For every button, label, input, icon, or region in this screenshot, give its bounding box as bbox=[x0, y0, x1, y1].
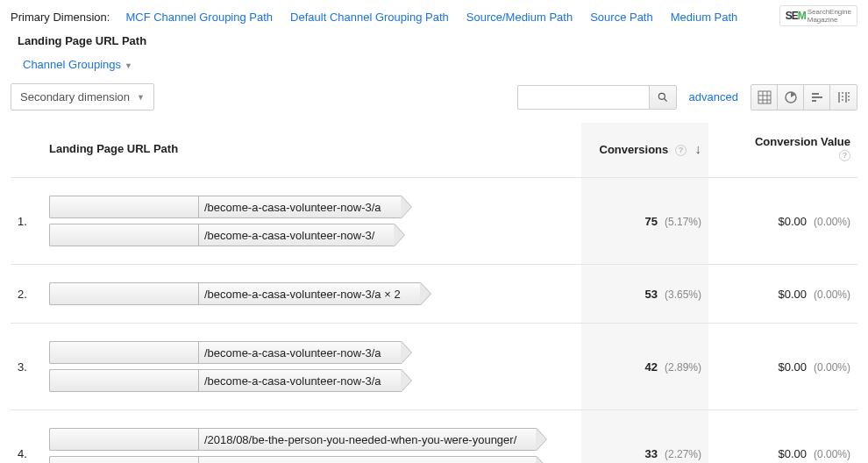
value-cell: $0.00(0.00%) bbox=[708, 265, 857, 324]
chip-blank-segment bbox=[49, 428, 198, 451]
value-cell: $0.00(0.00%) bbox=[708, 324, 857, 410]
bar-icon bbox=[810, 90, 824, 104]
conversions-cell: 33(2.27%) bbox=[581, 410, 708, 463]
report-table: Landing Page URL Path Conversions ? ↓ Co… bbox=[11, 123, 857, 463]
svg-line-1 bbox=[664, 98, 666, 101]
chip-blank-segment bbox=[49, 456, 198, 463]
path-chip[interactable]: /become-a-casa-volunteer-now-3/a bbox=[49, 341, 574, 364]
path-chip[interactable]: /become-a-casa-volunteer-now-3/a bbox=[49, 369, 574, 392]
conversions-cell: 53(3.65%) bbox=[581, 265, 708, 324]
value-cell: $0.00(0.00%) bbox=[708, 178, 857, 265]
dim-medium[interactable]: Medium Path bbox=[664, 7, 745, 27]
pie-icon bbox=[784, 90, 798, 104]
col-header-value[interactable]: Conversion Value ? bbox=[708, 123, 857, 178]
conversions-cell: 75(5.17%) bbox=[581, 178, 708, 265]
table-icon bbox=[758, 90, 772, 104]
search-wrap bbox=[517, 85, 677, 110]
dim-default[interactable]: Default Channel Grouping Path bbox=[283, 7, 456, 27]
view-pie-button[interactable] bbox=[778, 85, 804, 110]
dim-mcf[interactable]: MCF Channel Grouping Path bbox=[118, 7, 280, 27]
chip-label: /become-a-casa-volunteer-now-3/ bbox=[198, 224, 395, 246]
path-cell: /become-a-casa-volunteer-now-3/a/become-… bbox=[42, 324, 581, 410]
chip-label: /2018/08/be-the-person-you-needed-when-y… bbox=[198, 456, 537, 463]
primary-dimension-label: Primary Dimension: bbox=[11, 11, 110, 24]
table-row: 1./become-a-casa-volunteer-now-3/a/becom… bbox=[11, 178, 857, 265]
path-chip[interactable]: /become-a-casa-volunteer-now-3/a × 2 bbox=[49, 282, 574, 305]
table-row: 4./2018/08/be-the-person-you-needed-when… bbox=[11, 410, 857, 463]
watermark-badge: SEM SearchEngine Magazine bbox=[779, 5, 857, 26]
dim-source[interactable]: Source Path bbox=[583, 7, 660, 27]
advanced-link[interactable]: advanced bbox=[689, 90, 738, 103]
path-cell: /become-a-casa-volunteer-now-3/a × 2 bbox=[42, 265, 581, 324]
row-index: 2. bbox=[11, 265, 42, 324]
search-input[interactable] bbox=[517, 85, 649, 110]
pivot-icon bbox=[836, 90, 850, 104]
dim-source-medium[interactable]: Source/Medium Path bbox=[459, 7, 580, 27]
view-bar-button[interactable] bbox=[804, 85, 830, 110]
table-row: 2./become-a-casa-volunteer-now-3/a × 253… bbox=[11, 265, 857, 324]
path-chip[interactable]: /become-a-casa-volunteer-now-3/ bbox=[49, 224, 574, 246]
search-icon bbox=[657, 91, 669, 103]
dim-landing-page-active: Landing Page URL Path bbox=[11, 31, 153, 51]
channel-groupings-dropdown[interactable]: Channel Groupings▼ bbox=[16, 54, 139, 75]
chip-blank-segment bbox=[49, 224, 198, 246]
table-row: 3./become-a-casa-volunteer-now-3/a/becom… bbox=[11, 324, 857, 410]
path-chip[interactable]: /become-a-casa-volunteer-now-3/a bbox=[49, 196, 574, 218]
view-table-button[interactable] bbox=[751, 85, 778, 110]
chip-label: /become-a-casa-volunteer-now-3/a × 2 bbox=[198, 282, 421, 305]
svg-point-0 bbox=[658, 93, 665, 99]
path-cell: /2018/08/be-the-person-you-needed-when-y… bbox=[42, 410, 581, 463]
col-header-path[interactable]: Landing Page URL Path bbox=[42, 123, 581, 178]
chip-blank-segment bbox=[49, 369, 198, 392]
search-button[interactable] bbox=[649, 85, 677, 110]
chip-label: /become-a-casa-volunteer-now-3/a bbox=[198, 196, 402, 218]
path-chip[interactable]: /2018/08/be-the-person-you-needed-when-y… bbox=[49, 456, 574, 463]
help-icon[interactable]: ? bbox=[675, 145, 687, 156]
chip-label: /become-a-casa-volunteer-now-3/a bbox=[198, 369, 402, 392]
row-index: 3. bbox=[11, 324, 42, 410]
sort-desc-icon: ↓ bbox=[695, 141, 702, 156]
conversions-cell: 42(2.89%) bbox=[581, 324, 708, 410]
chip-blank-segment bbox=[49, 341, 198, 364]
help-icon[interactable]: ? bbox=[839, 150, 850, 161]
secondary-dimension-button[interactable]: Secondary dimension ▼ bbox=[11, 83, 154, 110]
row-index: 4. bbox=[11, 410, 42, 463]
chip-label: /become-a-casa-volunteer-now-3/a bbox=[198, 341, 402, 364]
row-index: 1. bbox=[11, 178, 42, 265]
view-icon-group bbox=[751, 84, 857, 110]
chip-label: /2018/08/be-the-person-you-needed-when-y… bbox=[198, 428, 537, 451]
path-cell: /become-a-casa-volunteer-now-3/a/become-… bbox=[42, 178, 581, 265]
path-chip[interactable]: /2018/08/be-the-person-you-needed-when-y… bbox=[49, 428, 574, 451]
view-pivot-button[interactable] bbox=[830, 85, 857, 110]
chip-blank-segment bbox=[49, 196, 198, 218]
value-cell: $0.00(0.00%) bbox=[708, 410, 857, 463]
svg-rect-2 bbox=[758, 91, 771, 103]
caret-down-icon: ▼ bbox=[137, 93, 145, 102]
primary-dimension-bar: Primary Dimension: MCF Channel Grouping … bbox=[11, 7, 857, 51]
col-header-conversions[interactable]: Conversions ? ↓ bbox=[581, 123, 708, 178]
chip-blank-segment bbox=[49, 282, 198, 305]
controls-row: Secondary dimension ▼ advanced bbox=[11, 83, 857, 110]
